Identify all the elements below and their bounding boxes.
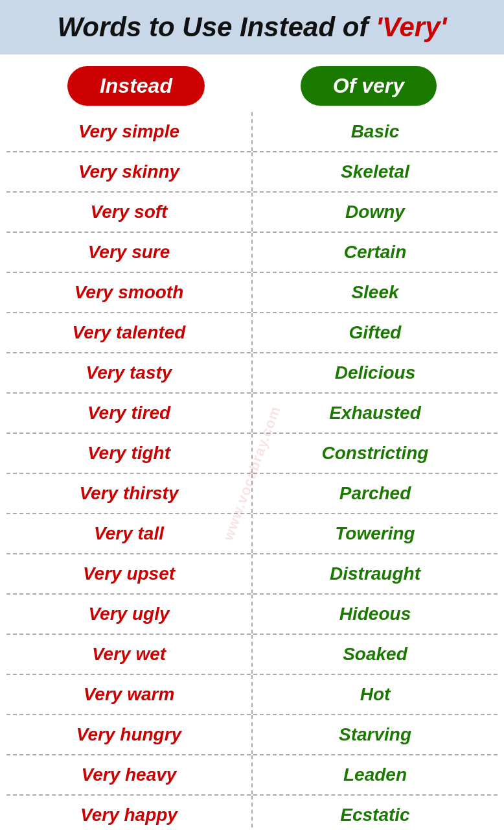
table-row: Very skinnySkeletal <box>6 152 498 193</box>
table-row: Very tightConstricting <box>6 434 498 474</box>
table-row: Very tiredExhausted <box>6 394 498 434</box>
instead-cell: Very hungry <box>6 715 253 754</box>
instead-cell: Very happy <box>6 796 253 830</box>
table-row: Very hungryStarving <box>6 715 498 755</box>
instead-cell: Very tired <box>6 394 253 433</box>
table-row: Very thirstyParched <box>6 474 498 514</box>
table-row: Very talentedGifted <box>6 313 498 353</box>
ofvery-cell: Basic <box>253 112 498 151</box>
table-row: Very upsetDistraught <box>6 554 498 595</box>
ofvery-cell: Starving <box>253 715 498 754</box>
ofvery-cell: Skeletal <box>253 152 498 191</box>
table-row: Very wetSoaked <box>6 635 498 675</box>
ofvery-cell: Hideous <box>253 595 498 634</box>
instead-cell: Very skinny <box>6 152 253 191</box>
ofvery-cell: Parched <box>253 474 498 513</box>
columns-header: Instead Of very <box>0 54 504 112</box>
page-title: Words to Use Instead of 'Very' <box>13 12 491 43</box>
instead-cell: Very ugly <box>6 595 253 634</box>
ofvery-badge: Of very <box>301 66 437 106</box>
table-row: Very warmHot <box>6 675 498 715</box>
instead-cell: Very warm <box>6 675 253 714</box>
page-wrapper: Words to Use Instead of 'Very' Instead O… <box>0 0 504 830</box>
ofvery-cell: Hot <box>253 675 498 714</box>
ofvery-cell: Ecstatic <box>253 796 498 830</box>
ofvery-cell: Downy <box>253 193 498 231</box>
ofvery-cell: Delicious <box>253 353 498 392</box>
table-row: Very smoothSleek <box>6 273 498 313</box>
instead-cell: Very thirsty <box>6 474 253 513</box>
table-row: Very heavyLeaden <box>6 755 498 796</box>
word-table: www.vocabray.com Very simpleBasicVery sk… <box>0 112 504 830</box>
instead-cell: Very soft <box>6 193 253 231</box>
instead-cell: Very heavy <box>6 755 253 794</box>
instead-badge: Instead <box>67 66 205 106</box>
instead-cell: Very upset <box>6 554 253 593</box>
table-row: Very sureCertain <box>6 233 498 273</box>
instead-cell: Very smooth <box>6 273 253 312</box>
title-highlight: 'Very' <box>376 12 447 42</box>
instead-cell: Very talented <box>6 313 253 352</box>
instead-cell: Very tall <box>6 514 253 553</box>
table-row: Very uglyHideous <box>6 595 498 635</box>
title-plain: Words to Use Instead of <box>57 12 376 42</box>
ofvery-cell: Exhausted <box>253 394 498 433</box>
instead-cell: Very wet <box>6 635 253 674</box>
ofvery-cell: Gifted <box>253 313 498 352</box>
instead-cell: Very tight <box>6 434 253 473</box>
ofvery-cell: Leaden <box>253 755 498 794</box>
table-row: Very tastyDelicious <box>6 353 498 394</box>
table-row: Very softDowny <box>6 193 498 233</box>
table-row: Very simpleBasic <box>6 112 498 152</box>
page-header: Words to Use Instead of 'Very' <box>0 0 504 54</box>
ofvery-cell: Constricting <box>253 434 498 473</box>
instead-cell: Very simple <box>6 112 253 151</box>
instead-cell: Very sure <box>6 233 253 272</box>
instead-cell: Very tasty <box>6 353 253 392</box>
table-row: Very tallTowering <box>6 514 498 554</box>
ofvery-cell: Distraught <box>253 554 498 593</box>
ofvery-cell: Soaked <box>253 635 498 674</box>
ofvery-cell: Certain <box>253 233 498 272</box>
ofvery-cell: Towering <box>253 514 498 553</box>
ofvery-cell: Sleek <box>253 273 498 312</box>
table-row: Very happyEcstatic <box>6 796 498 830</box>
